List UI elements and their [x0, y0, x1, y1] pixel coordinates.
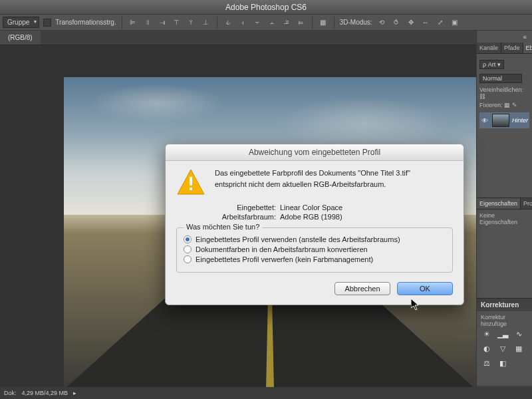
unify-row: Vereinheitlichen: ⛓: [479, 86, 529, 100]
unify-icon[interactable]: ⛓: [479, 93, 485, 100]
options-fieldset: Was möchten Sie tun? Eingebettetes Profi…: [176, 227, 453, 273]
svg-rect-2: [190, 188, 192, 190]
3d-scale-icon[interactable]: ⤢: [435, 18, 446, 27]
3d-mode-label: 3D-Modus:: [340, 19, 372, 26]
status-doc-label: Dok:: [4, 387, 17, 399]
svg-rect-1: [190, 177, 192, 186]
options-legend: Was möchten Sie tun?: [184, 223, 262, 231]
app-titlebar: Adobe Photoshop CS6: [0, 0, 532, 15]
visibility-eye-icon[interactable]: 👁: [481, 117, 489, 124]
working-label: Arbeitsfarbraum:: [215, 213, 276, 221]
hue-icon[interactable]: ▦: [513, 344, 525, 355]
cancel-button[interactable]: Abbrechen: [334, 282, 390, 295]
options-bar: Gruppe Transformationsstrg. ⊫ ⫴ ⫣ ⊤ ⫯ ⊥ …: [0, 15, 532, 31]
exposure-icon[interactable]: ◐: [481, 344, 493, 355]
radio-convert[interactable]: Dokumentfarben in den Arbeitsfarbraum ko…: [184, 245, 446, 253]
3d-slide-icon[interactable]: ↔: [420, 18, 431, 27]
levels-icon[interactable]: ▁▃: [497, 330, 509, 340]
tab-kanale[interactable]: Kanäle: [477, 43, 501, 53]
group-dropdown[interactable]: Gruppe: [3, 17, 39, 28]
align-vcenter-icon[interactable]: ⫯: [186, 18, 197, 27]
status-doc-size: 4,29 MB/4,29 MB: [22, 387, 68, 399]
panels-dock: « Kanäle Pfade Eb ρ Art ▾ Normal Vereinh…: [476, 31, 532, 399]
radio-discard[interactable]: Eingebettetes Profil verwerfen (kein Far…: [184, 255, 446, 263]
tab-eigenschaften[interactable]: Eigenschaften: [477, 198, 521, 209]
distribute-1-icon[interactable]: ⫝: [223, 18, 233, 27]
corrections-add-label: Korrektur hinzufüge: [481, 314, 528, 327]
transform-label: Transformationsstrg.: [55, 19, 116, 26]
warning-icon: [176, 168, 205, 197]
document-tab-bar: (RGB/8): [0, 31, 532, 45]
dialog-title: Abweichung vom eingebetteten Profil: [166, 144, 464, 161]
svg-marker-3: [411, 299, 418, 310]
3d-camera-icon[interactable]: ▣: [450, 18, 460, 27]
align-left-icon[interactable]: ⊫: [128, 18, 138, 27]
lock-pixels-icon[interactable]: ▦: [504, 102, 510, 108]
tab-ebenen[interactable]: Eb: [523, 43, 532, 53]
ok-button[interactable]: OK: [397, 282, 453, 295]
align-top-icon[interactable]: ⊤: [172, 18, 182, 27]
lock-row: Fixieren: ▦ ✎: [479, 102, 529, 108]
status-bar: Dok: 4,29 MB/4,29 MB ▸: [0, 387, 532, 399]
panel-collapse-icon[interactable]: «: [523, 33, 527, 41]
radio-icon[interactable]: [184, 245, 192, 253]
tab-properties-2[interactable]: Pro: [521, 198, 532, 209]
align-right-icon[interactable]: ⫣: [157, 18, 168, 27]
radio-icon[interactable]: [184, 235, 192, 243]
properties-empty: Keine Eigenschaften: [477, 209, 532, 228]
layer-name: Hinter: [512, 117, 528, 124]
brightness-icon[interactable]: ☀: [481, 330, 493, 340]
transform-checkbox[interactable]: [43, 19, 51, 27]
embedded-value: Linear Color Space: [280, 203, 342, 211]
3d-roll-icon[interactable]: ⥀: [391, 18, 402, 27]
blend-mode-dropdown[interactable]: Normal: [479, 74, 522, 83]
3d-pan-icon[interactable]: ✥: [406, 18, 416, 27]
lock-brush-icon[interactable]: ✎: [512, 102, 517, 108]
layer-row[interactable]: 👁 Hinter: [479, 112, 529, 128]
dialog-message: Das eingebettete Farbprofil des Dokument…: [215, 168, 410, 197]
profile-mismatch-dialog: Abweichung vom eingebetteten Profil Das …: [165, 144, 464, 305]
distribute-2-icon[interactable]: ⫞: [237, 18, 248, 27]
layer-kind-dropdown[interactable]: ρ Art ▾: [479, 60, 504, 69]
distribute-5-icon[interactable]: ⫡: [281, 18, 292, 27]
auto-align-icon[interactable]: ▦: [318, 18, 329, 27]
status-menu-icon[interactable]: ▸: [73, 387, 76, 399]
balance-icon[interactable]: ⚖: [481, 359, 493, 370]
vibrance-icon[interactable]: ▽: [497, 344, 509, 355]
layer-thumbnail[interactable]: [492, 114, 509, 127]
align-bottom-icon[interactable]: ⊥: [201, 18, 211, 27]
distribute-6-icon[interactable]: ⫢: [296, 18, 307, 27]
distribute-3-icon[interactable]: ⫟: [252, 18, 263, 27]
3d-orbit-icon[interactable]: ⟲: [376, 18, 387, 27]
radio-use-embedded[interactable]: Eingebettetes Profil verwenden (anstelle…: [184, 235, 446, 243]
distribute-4-icon[interactable]: ⫠: [267, 18, 277, 27]
align-hcenter-icon[interactable]: ⫴: [142, 18, 153, 27]
document-tab[interactable]: (RGB/8): [0, 31, 41, 45]
radio-icon[interactable]: [184, 255, 192, 263]
curves-icon[interactable]: ∿: [513, 330, 525, 340]
embedded-label: Eingebettet:: [215, 203, 276, 211]
corrections-header: Korrekturen: [477, 299, 532, 311]
mouse-cursor-icon: [411, 299, 420, 311]
bw-icon[interactable]: ◧: [497, 359, 509, 370]
tab-pfade[interactable]: Pfade: [501, 43, 523, 53]
working-value: Adobe RGB (1998): [280, 213, 342, 221]
